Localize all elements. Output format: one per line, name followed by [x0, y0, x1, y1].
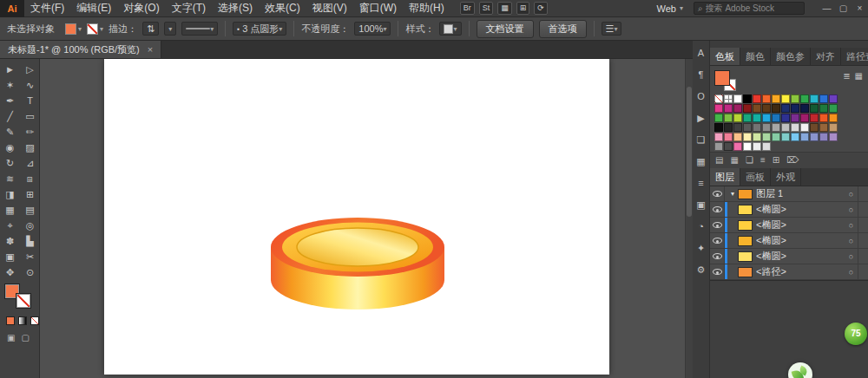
layer-thumbnail[interactable] — [738, 267, 753, 277]
tab-pathfinder[interactable]: 路径查 — [841, 48, 868, 65]
swatch-38[interactable] — [829, 114, 838, 122]
bridge-icon[interactable]: Br — [460, 2, 475, 15]
layer-thumbnail[interactable] — [738, 205, 753, 215]
screen-mode-icon[interactable]: ▢ — [21, 333, 29, 342]
menu-item-6[interactable]: 视图(V) — [306, 0, 353, 16]
direct-selection-tool[interactable]: ▷ — [20, 62, 40, 77]
swatch-10[interactable] — [810, 94, 819, 103]
swatch-8[interactable] — [791, 94, 799, 103]
swatch-47[interactable] — [791, 123, 799, 132]
layer-name[interactable]: <椭圆> — [756, 218, 845, 231]
swatch-34[interactable] — [791, 114, 799, 122]
line-segment-tool[interactable]: ╱ — [0, 108, 20, 124]
swatch-16[interactable] — [743, 104, 752, 113]
menu-item-2[interactable]: 对象(O) — [117, 0, 165, 16]
minimize-button[interactable]: — — [819, 0, 835, 17]
swatch-39[interactable] — [714, 123, 723, 132]
artboard[interactable] — [104, 59, 609, 375]
selection-tool[interactable]: ► — [0, 62, 20, 77]
swatch-42[interactable] — [743, 123, 752, 132]
eyedropper-tool[interactable]: ⌖ — [0, 218, 20, 233]
menu-item-1[interactable]: 编辑(E) — [70, 0, 117, 16]
swatch-57[interactable] — [762, 133, 771, 141]
list-view-icon[interactable]: ≣ — [843, 71, 850, 81]
swatch-48[interactable] — [800, 123, 809, 132]
control-panel-menu[interactable]: ☰ ▾ — [602, 22, 622, 36]
fill-color-well[interactable]: ▾ — [65, 23, 82, 35]
swatch-50[interactable] — [819, 123, 828, 132]
menu-item-7[interactable]: 窗口(W) — [353, 0, 403, 16]
swatch-62[interactable] — [810, 133, 819, 141]
tab-color[interactable]: 颜色 — [740, 48, 771, 65]
layer-row-ellipse-3[interactable]: <椭圆> ○ — [710, 233, 868, 249]
transform-panel-icon[interactable]: ▦ — [694, 155, 708, 168]
shape-builder-tool[interactable]: ◨ — [0, 186, 20, 202]
swatch-36[interactable] — [810, 114, 819, 122]
swatch-63[interactable] — [819, 133, 828, 141]
layer-thumbnail[interactable] — [738, 189, 753, 199]
artboards-panel-icon[interactable]: ❏ — [694, 134, 708, 147]
arrange-documents-icon[interactable]: ▦ — [497, 2, 512, 15]
pencil-tool[interactable]: ✏ — [20, 124, 40, 140]
swatch-41[interactable] — [733, 123, 742, 132]
swatch-49[interactable] — [810, 123, 819, 132]
paragraph-panel-icon[interactable]: ¶ — [694, 68, 708, 81]
libraries-icon[interactable]: ▤ — [715, 153, 723, 168]
actions-panel-icon[interactable]: ▶ — [694, 112, 708, 125]
column-graph-tool[interactable]: ▙ — [20, 233, 40, 249]
swatch-3[interactable] — [743, 94, 752, 103]
gear-icon[interactable]: ⚙ — [694, 264, 708, 277]
swatch-15[interactable] — [733, 104, 742, 113]
swatch-67[interactable] — [733, 142, 742, 151]
layer-name[interactable]: <椭圆> — [756, 234, 845, 247]
stroke-width-stepper[interactable]: ⇅ — [142, 22, 159, 36]
document-setup-button[interactable]: 文档设置 — [477, 20, 534, 38]
target-circle-icon[interactable]: ○ — [845, 252, 858, 261]
type-tool[interactable]: T — [20, 93, 40, 108]
swatch-31[interactable] — [762, 114, 771, 122]
visibility-toggle[interactable] — [710, 202, 725, 217]
gradient-tool[interactable]: ▤ — [20, 202, 40, 218]
layer-row-ellipse-4[interactable]: <椭圆> ○ — [710, 249, 868, 264]
workspace-switcher[interactable]: Web ▾ — [657, 3, 683, 14]
swatch-66[interactable] — [724, 142, 733, 151]
coin-artwork[interactable] — [253, 193, 462, 315]
vertical-scrollbar[interactable] — [685, 59, 693, 378]
layer-row-ellipse-1[interactable]: <椭圆> ○ — [710, 202, 868, 218]
visibility-toggle[interactable] — [710, 218, 725, 232]
swatch-5[interactable] — [762, 94, 771, 103]
swatch-12[interactable] — [829, 94, 838, 103]
color-group-icon[interactable]: ❏ — [746, 153, 753, 168]
current-fill-swatch[interactable] — [714, 70, 730, 86]
swatch-6[interactable] — [772, 94, 780, 103]
blob-brush-tool[interactable]: ◉ — [0, 140, 20, 155]
swatch-22[interactable] — [800, 104, 809, 113]
menu-item-4[interactable]: 选择(S) — [212, 0, 259, 16]
stroke-color-swatch[interactable] — [16, 294, 30, 308]
swatch-70[interactable] — [762, 142, 771, 151]
target-circle-icon[interactable]: ○ — [845, 190, 858, 199]
tab-appearance[interactable]: 外观 — [771, 168, 801, 186]
zoom-tool[interactable]: ⊙ — [20, 264, 40, 280]
layer-name[interactable]: <椭圆> — [756, 250, 845, 263]
swatch-35[interactable] — [800, 114, 809, 122]
stock-icon[interactable]: St — [479, 2, 494, 15]
swatch-54[interactable] — [733, 133, 742, 141]
swatch-27[interactable] — [724, 114, 733, 122]
swatch-28[interactable] — [733, 114, 742, 122]
swatch-52[interactable] — [714, 133, 723, 141]
layer-thumbnail[interactable] — [738, 220, 753, 231]
sync-icon[interactable]: ⟳ — [534, 2, 548, 15]
symbol-sprayer-tool[interactable]: ✽ — [0, 233, 20, 249]
swatch-55[interactable] — [743, 133, 752, 141]
tab-swatches[interactable]: 色板 — [710, 48, 740, 65]
menu-item-0[interactable]: 文件(F) — [24, 0, 70, 16]
draw-normal-icon[interactable]: ▣ — [7, 333, 15, 342]
free-transform-tool[interactable]: ⧈ — [20, 171, 40, 186]
graphic-styles-panel-icon[interactable]: ◔ — [694, 220, 708, 233]
swatch-58[interactable] — [772, 133, 780, 141]
swatch-64[interactable] — [829, 133, 838, 141]
visibility-toggle[interactable] — [710, 249, 725, 264]
menu-item-8[interactable]: 帮助(H) — [403, 0, 450, 16]
restore-button[interactable]: ▢ — [835, 0, 852, 17]
